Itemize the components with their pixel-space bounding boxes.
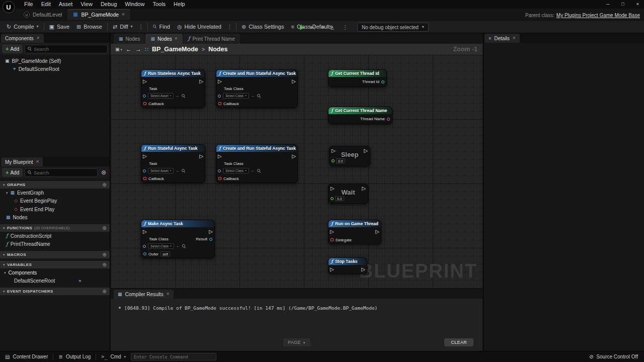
exec-in-pin[interactable] — [218, 79, 222, 84]
save-button[interactable]: Save — [46, 20, 73, 33]
tab-default-level[interactable]: DefaultLevel — [18, 9, 67, 20]
variables-section-header[interactable]: VARIABLES — [0, 261, 110, 268]
delegate-pin[interactable] — [218, 102, 221, 105]
select-asset-dropdown[interactable]: Select Asset — [148, 168, 174, 173]
bookmark-icon[interactable] — [115, 47, 122, 52]
graph-tab-nodes-2[interactable]: Nodes — [145, 34, 182, 44]
page-button[interactable]: PAGE — [283, 338, 310, 346]
exec-in-pin[interactable] — [332, 148, 336, 153]
node-make-async-task[interactable]: Make Async Task Task Class Result Select… — [141, 220, 215, 258]
menu-edit[interactable]: Edit — [37, 0, 55, 9]
eject-icon[interactable] — [331, 25, 335, 30]
add-blueprint-item-button[interactable]: Add — [2, 168, 23, 177]
use-selected-icon[interactable] — [176, 244, 180, 248]
component-row-self[interactable]: BP_GameMode (Self) — [0, 57, 110, 65]
exec-out-pin[interactable] — [362, 186, 366, 191]
unreal-logo[interactable] — [3, 1, 15, 13]
int-pin[interactable] — [381, 80, 384, 83]
outer-input[interactable]: self — [160, 251, 170, 256]
node-header[interactable]: Stop Tasks — [329, 258, 367, 265]
node-header[interactable]: Create and Run Stateful Async Task — [216, 145, 297, 152]
browse-class-icon[interactable] — [257, 169, 261, 173]
breadcrumb-root[interactable]: BP_GameMode — [152, 46, 198, 53]
close-tab-icon[interactable] — [175, 36, 178, 41]
graph-item-eventgraph[interactable]: EventGraph — [0, 189, 110, 197]
node-create-run-stateful-async-task-2[interactable]: Create and Run Stateful Async Task Task … — [216, 144, 298, 183]
close-icon[interactable] — [37, 36, 40, 41]
node-stop-tasks[interactable]: Stop Tasks — [328, 257, 367, 274]
duration-input[interactable]: 0.0 — [336, 158, 345, 163]
function-item-construction-script[interactable]: ConstructionScript — [0, 232, 110, 240]
delegate-pin[interactable] — [143, 177, 146, 180]
object-pin[interactable] — [143, 169, 146, 172]
my-blueprint-searchbox[interactable] — [25, 168, 98, 177]
close-icon[interactable] — [36, 159, 39, 164]
node-run-stateless-async-task[interactable]: Run Stateless Async Task Task Select Ass… — [141, 69, 205, 108]
use-selected-icon[interactable] — [176, 94, 180, 98]
class-settings-button[interactable]: Class Settings — [238, 20, 288, 33]
event-item-end-play[interactable]: Event End Play — [0, 205, 110, 214]
component-row-scene-root[interactable]: DefaultSceneRoot — [0, 65, 110, 73]
hide-unrelated-overflow-icon[interactable] — [225, 24, 234, 30]
close-window-icon[interactable] — [636, 2, 639, 7]
clear-button[interactable]: CLEAR — [444, 338, 473, 346]
event-item-begin-play[interactable]: Event BeginPlay — [0, 197, 110, 206]
node-wait[interactable]: Wait 0.0 — [328, 184, 368, 204]
play-icon[interactable] — [300, 24, 304, 30]
node-header[interactable]: Create and Run Stateful Async Task — [216, 70, 297, 77]
menu-help[interactable]: Help — [170, 0, 189, 9]
close-tab-icon[interactable] — [122, 12, 125, 17]
back-icon[interactable] — [126, 46, 132, 52]
select-class-dropdown[interactable]: Select Class — [223, 93, 249, 99]
graph-canvas[interactable]: BLUEPRINT Run Stateless Async Task Task … — [111, 55, 482, 288]
exec-in-pin[interactable] — [330, 267, 334, 272]
class-pin[interactable] — [218, 169, 221, 172]
add-graph-icon[interactable] — [102, 183, 107, 188]
collapse-icon[interactable] — [3, 290, 5, 293]
play-options-icon[interactable] — [340, 25, 350, 30]
object-pin[interactable] — [143, 252, 146, 255]
graph-tab-print-thread-name[interactable]: Print Thread Name — [183, 34, 240, 44]
class-pin[interactable] — [218, 95, 221, 98]
graph-item-nodes[interactable]: Nodes — [0, 214, 110, 222]
browse-button[interactable]: Browse — [73, 20, 106, 33]
compile-button[interactable]: Compile — [3, 20, 42, 33]
browse-asset-icon[interactable] — [182, 169, 186, 173]
menu-tools[interactable]: Tools — [148, 0, 170, 9]
node-run-stateful-async-task[interactable]: Run Stateful Async Task Task Select Asse… — [141, 144, 205, 183]
delegate-pin[interactable] — [143, 102, 146, 105]
compiler-results-tab[interactable]: Compiler Results — [114, 290, 174, 299]
float-pin[interactable] — [331, 197, 334, 200]
expander-icon[interactable] — [4, 271, 6, 275]
node-header[interactable]: Run Stateless Async Task — [141, 70, 205, 77]
exec-out-pin[interactable] — [375, 229, 379, 234]
browse-asset-icon[interactable] — [182, 94, 186, 98]
event-dispatchers-section-header[interactable]: EVENT DISPATCHERS — [0, 288, 110, 295]
exec-out-pin[interactable] — [209, 229, 213, 234]
exec-out-pin[interactable] — [292, 79, 296, 84]
select-class-dropdown[interactable]: Select Class — [148, 243, 174, 249]
node-header[interactable]: Run Stateful Async Task — [141, 145, 205, 152]
use-selected-icon[interactable] — [251, 169, 255, 173]
node-sleep[interactable]: Sleep 0.0 — [329, 146, 370, 166]
use-selected-icon[interactable] — [176, 169, 180, 173]
exec-out-pin[interactable] — [199, 154, 203, 159]
add-dispatcher-icon[interactable] — [102, 289, 107, 294]
expander-icon[interactable] — [6, 191, 8, 195]
breadcrumb-leaf[interactable]: Nodes — [208, 46, 227, 53]
menu-debug[interactable]: Debug — [97, 0, 121, 9]
exec-in-pin[interactable] — [143, 79, 147, 84]
exec-in-pin[interactable] — [331, 186, 335, 191]
add-variable-icon[interactable] — [102, 262, 107, 267]
exec-in-pin[interactable] — [143, 154, 147, 159]
details-panel-tab[interactable]: Details — [485, 34, 520, 43]
exec-out-pin[interactable] — [199, 79, 203, 84]
macros-section-header[interactable]: MACROS — [0, 251, 110, 258]
stop-icon[interactable] — [321, 25, 325, 30]
hide-unrelated-button[interactable]: Hide Unrelated — [174, 20, 225, 33]
browse-class-icon[interactable] — [182, 244, 186, 248]
menu-asset[interactable]: Asset — [55, 0, 77, 9]
node-header[interactable]: Make Async Task — [141, 220, 214, 227]
compile-options-icon[interactable] — [37, 25, 39, 29]
graphs-section-header[interactable]: GRAPHS — [0, 181, 110, 189]
